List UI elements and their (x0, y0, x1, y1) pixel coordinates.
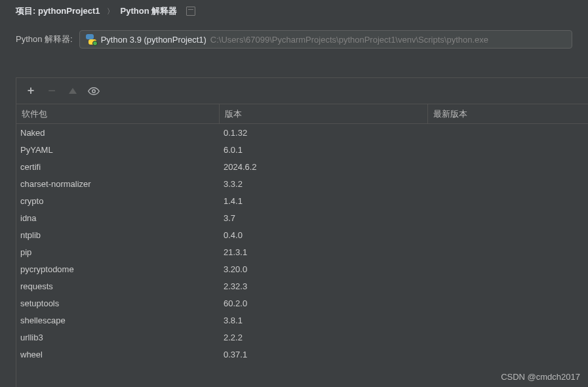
table-row[interactable]: pycryptodome3.20.0 (16, 260, 588, 277)
svg-point-0 (92, 89, 96, 92)
packages-toolbar: + − (16, 78, 588, 104)
package-name: Naked (16, 128, 220, 138)
package-version: 2024.6.2 (220, 162, 428, 172)
table-row[interactable]: wheel0.37.1 (16, 346, 588, 363)
triangle-up-icon (69, 88, 77, 94)
package-name: crypto (16, 196, 220, 206)
table-row[interactable]: requests2.32.3 (16, 277, 588, 295)
package-name: certifi (16, 162, 220, 172)
eye-icon (88, 85, 100, 97)
package-version: 3.7 (220, 213, 428, 223)
package-name: setuptools (16, 298, 220, 308)
show-early-releases-button[interactable] (85, 82, 103, 100)
add-package-button[interactable]: + (22, 82, 40, 100)
package-name: pycryptodome (16, 264, 220, 274)
column-header-latest[interactable]: 最新版本 (428, 104, 588, 123)
package-name: charset-normalizer (16, 179, 220, 189)
table-row[interactable]: urllib32.2.2 (16, 329, 588, 346)
package-name: ntplib (16, 230, 220, 240)
table-row[interactable]: certifi2024.6.2 (16, 158, 588, 175)
table-row[interactable]: idna3.7 (16, 209, 588, 226)
table-row[interactable]: crypto1.4.1 (16, 192, 588, 209)
breadcrumb-current: Python 解释器 (121, 5, 178, 17)
table-row[interactable]: PyYAML6.0.1 (16, 141, 588, 158)
column-header-package[interactable]: 软件包 (16, 104, 220, 123)
package-version: 3.8.1 (220, 316, 428, 325)
package-name: pip (16, 247, 220, 257)
package-name: idna (16, 213, 220, 223)
table-row[interactable]: charset-normalizer3.3.2 (16, 175, 588, 192)
package-version: 1.4.1 (220, 196, 428, 206)
package-version: 60.2.0 (220, 298, 428, 308)
package-version: 2.32.3 (220, 281, 428, 291)
package-version: 0.37.1 (220, 350, 428, 359)
remove-package-button[interactable]: − (43, 82, 61, 100)
packages-table-body: Naked0.1.32PyYAML6.0.1certifi2024.6.2cha… (16, 124, 588, 363)
package-name: urllib3 (16, 333, 220, 342)
interpreter-dropdown[interactable]: Python 3.9 (pythonProject1) C:\Users\670… (79, 30, 572, 49)
python-icon (85, 33, 97, 45)
package-version: 6.0.1 (220, 145, 428, 155)
package-version: 2.2.2 (220, 333, 428, 342)
package-version: 21.3.1 (220, 247, 428, 257)
interpreter-path: C:\Users\67099\PycharmProjects\pythonPro… (210, 35, 488, 45)
package-name: requests (16, 281, 220, 291)
watermark: CSDN @cmdch2017 (501, 372, 580, 382)
package-name: wheel (16, 350, 220, 359)
package-version: 0.1.32 (220, 128, 428, 138)
package-version: 3.3.2 (220, 179, 428, 189)
package-name: shellescape (16, 316, 220, 325)
table-row[interactable]: shellescape3.8.1 (16, 312, 588, 329)
breadcrumb-project[interactable]: 项目: pythonProject1 (16, 5, 100, 17)
upgrade-package-button[interactable] (64, 82, 82, 100)
table-row[interactable]: pip21.3.1 (16, 243, 588, 260)
table-row[interactable]: setuptools60.2.0 (16, 295, 588, 312)
interpreter-label: Python 解释器: (16, 33, 73, 45)
table-row[interactable]: Naked0.1.32 (16, 124, 588, 141)
packages-panel: + − 软件包 版本 最新版本 Naked0.1.32PyYAML6.0.1ce… (16, 77, 588, 387)
table-row[interactable]: ntplib0.4.0 (16, 226, 588, 243)
interpreter-row: Python 解释器: Python 3.9 (pythonProject1) … (0, 22, 588, 59)
package-name: PyYAML (16, 145, 220, 155)
column-header-version[interactable]: 版本 (220, 104, 428, 123)
breadcrumb: 项目: pythonProject1 〉 Python 解释器 (0, 0, 588, 22)
plus-icon: + (28, 84, 35, 98)
minus-icon: − (48, 83, 56, 98)
package-version: 0.4.0 (220, 230, 428, 240)
package-version: 3.20.0 (220, 264, 428, 274)
collapse-icon[interactable] (186, 7, 195, 16)
chevron-right-icon: 〉 (104, 7, 117, 16)
interpreter-name: Python 3.9 (pythonProject1) (101, 35, 206, 45)
packages-table-header: 软件包 版本 最新版本 (16, 104, 588, 124)
